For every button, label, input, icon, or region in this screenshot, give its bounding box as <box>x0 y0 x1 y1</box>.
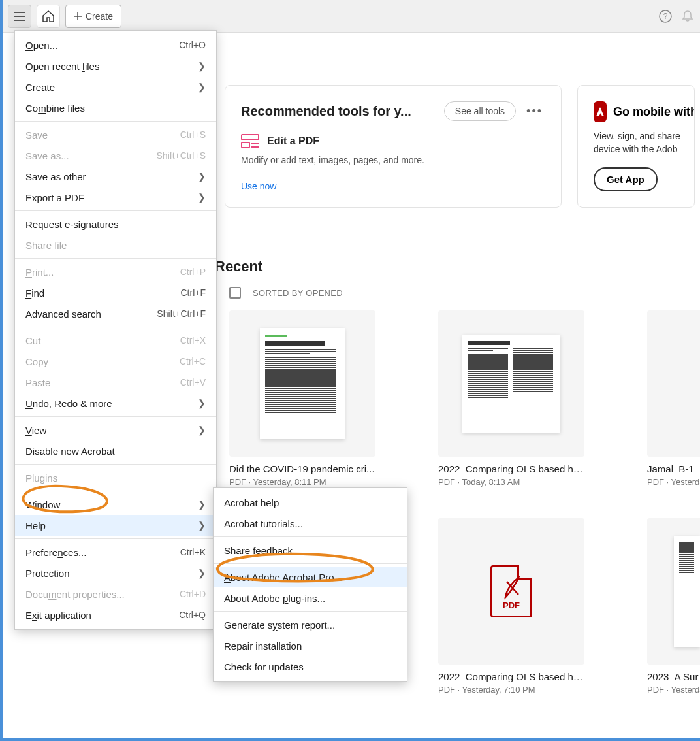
submenu-item[interactable]: Acrobat help <box>214 492 407 513</box>
menu-item[interactable]: Window❯ <box>15 494 216 515</box>
bell-icon[interactable] <box>680 9 695 24</box>
menu-shortcut: Shift+Ctrl+F <box>157 308 206 319</box>
menu-item[interactable]: View❯ <box>15 420 216 440</box>
menu-item: Share file <box>15 235 216 255</box>
file-card[interactable]: PDF 2022_Comparing OLS based he... PDF ·… <box>438 518 584 695</box>
menu-shortcut: Ctrl+K <box>180 547 206 557</box>
file-meta: PDF · Yesterda <box>647 477 700 487</box>
submenu-item[interactable]: Acrobat tutorials... <box>214 513 407 534</box>
menu-item-label: Share file <box>25 240 67 251</box>
menu-item-label: Document properties... <box>25 589 125 600</box>
menu-shortcut: Ctrl+D <box>180 589 206 599</box>
menu-separator <box>15 210 216 211</box>
file-meta: PDF · Yesterda <box>647 685 700 695</box>
menu-item-label: Advanced search <box>25 308 101 320</box>
menu-item-label: Combine files <box>25 103 85 114</box>
menu-item[interactable]: Export a PDF❯ <box>15 187 216 208</box>
menu-item[interactable]: Create❯ <box>15 76 216 97</box>
select-all-checkbox[interactable] <box>229 287 241 299</box>
menu-item: Plugins <box>15 467 216 488</box>
recent-title: Recent <box>215 258 700 275</box>
menu-item[interactable]: Open...Ctrl+O <box>15 35 216 56</box>
submenu-item[interactable]: About Adobe plug-ins... <box>214 587 407 608</box>
edit-pdf-icon <box>241 134 259 148</box>
file-card[interactable]: 2022_Comparing OLS based he... PDF · Tod… <box>438 310 584 487</box>
submenu-item-label: Acrobat tutorials... <box>224 518 303 529</box>
chevron-right-icon: ❯ <box>198 61 206 71</box>
svg-rect-2 <box>242 135 259 140</box>
home-button[interactable] <box>37 5 60 28</box>
chevron-right-icon: ❯ <box>198 192 206 203</box>
file-name: Did the COVID-19 pandemic cri... <box>229 463 375 474</box>
menu-item[interactable]: Open recent files❯ <box>15 56 216 76</box>
menu-item-label: Preferences... <box>25 547 86 558</box>
menu-item-label: Export a PDF <box>25 192 84 203</box>
submenu-item-label: About Adobe Acrobat Pro... <box>224 572 342 583</box>
menu-item[interactable]: Save as other❯ <box>15 166 216 187</box>
menu-item[interactable]: Advanced searchShift+Ctrl+F <box>15 303 216 324</box>
menu-item-label: Undo, Redo & more <box>25 398 112 409</box>
submenu-item[interactable]: Repair installation <box>214 635 407 656</box>
submenu-item[interactable]: Check for updates <box>214 656 407 677</box>
menu-item: SaveCtrl+S <box>15 124 216 145</box>
use-now-link[interactable]: Use now <box>241 181 545 191</box>
menu-item: Document properties...Ctrl+D <box>15 584 216 604</box>
create-button[interactable]: Create <box>65 5 121 28</box>
sort-label[interactable]: SORTED BY OPENED <box>253 288 343 298</box>
menu-separator <box>15 258 216 259</box>
menu-item[interactable]: Preferences...Ctrl+K <box>15 542 216 563</box>
help-icon[interactable]: ? <box>658 9 673 24</box>
create-button-label: Create <box>86 11 113 22</box>
file-thumbnail <box>647 310 700 457</box>
menu-separator <box>15 327 216 327</box>
hamburger-icon <box>14 12 25 21</box>
file-card[interactable]: 2023_A Sur PDF · Yesterda <box>647 518 700 695</box>
menu-item[interactable]: Protection❯ <box>15 563 216 584</box>
edit-pdf-label: Edit a PDF <box>267 135 319 147</box>
menu-item[interactable]: Undo, Redo & more❯ <box>15 393 216 414</box>
get-app-button[interactable]: Get App <box>594 167 658 191</box>
file-meta: PDF · Yesterday, 7:10 PM <box>438 685 584 695</box>
menu-item[interactable]: Disable new Acrobat <box>15 440 216 461</box>
chevron-right-icon: ❯ <box>198 520 206 531</box>
menu-separator <box>15 121 216 122</box>
chevron-right-icon: ❯ <box>198 568 206 578</box>
file-name: 2023_A Sur <box>647 671 700 682</box>
menu-separator <box>214 536 407 537</box>
menu-item[interactable]: Request e-signatures <box>15 214 216 235</box>
menu-shortcut: Ctrl+S <box>180 129 206 140</box>
submenu-item-label: Repair installation <box>224 640 302 651</box>
menu-item[interactable]: Exit applicationCtrl+Q <box>15 604 216 625</box>
mobile-desc: View, sign, and share device with the Ad… <box>594 130 678 156</box>
menu-shortcut: Ctrl+O <box>179 40 206 50</box>
menu-item-label: Open... <box>25 40 57 51</box>
menu-item-label: Exit application <box>25 610 91 621</box>
file-name: 2022_Comparing OLS based he... <box>438 463 584 474</box>
more-icon[interactable]: ••• <box>524 102 545 121</box>
chevron-right-icon: ❯ <box>198 398 206 408</box>
menu-item: PasteCtrl+V <box>15 372 216 393</box>
hamburger-menu-button[interactable] <box>8 5 31 28</box>
menu-item: Save as...Shift+Ctrl+S <box>15 145 216 166</box>
menu-item-label: Plugins <box>25 472 57 484</box>
see-all-tools-button[interactable]: See all tools <box>444 101 516 121</box>
menu-item[interactable]: Combine files <box>15 97 216 118</box>
menu-separator <box>15 464 216 465</box>
chevron-right-icon: ❯ <box>198 499 206 510</box>
file-thumbnail <box>438 310 584 457</box>
menu-item[interactable]: Help❯ <box>15 515 216 536</box>
submenu-item[interactable]: About Adobe Acrobat Pro... <box>214 567 407 587</box>
plus-icon <box>74 12 82 20</box>
menu-separator <box>214 611 407 612</box>
menu-item[interactable]: FindCtrl+F <box>15 282 216 303</box>
file-meta: PDF · Yesterday, 8:11 PM <box>229 477 375 487</box>
menu-shortcut: Ctrl+X <box>180 335 206 346</box>
adobe-icon <box>594 101 607 122</box>
file-card[interactable]: Did the COVID-19 pandemic cri... PDF · Y… <box>229 310 375 487</box>
toolbar-right: ? <box>658 9 695 24</box>
submenu-item[interactable]: Generate system report... <box>214 614 407 635</box>
file-thumbnail <box>647 518 700 665</box>
file-card[interactable]: Jamal_B-1 PDF · Yesterda <box>647 310 700 487</box>
svg-rect-3 <box>242 142 249 148</box>
submenu-item[interactable]: Share feedback <box>214 540 407 561</box>
